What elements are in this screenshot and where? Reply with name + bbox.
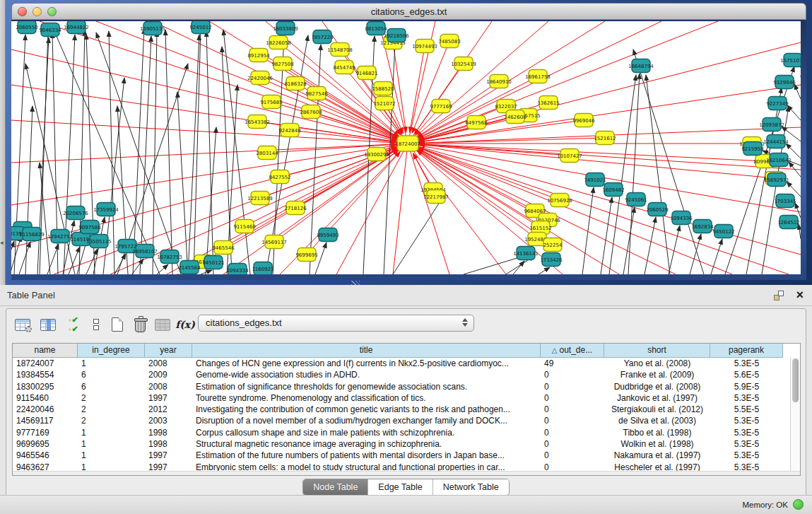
table-cell[interactable]: 5.5E-5	[710, 404, 783, 415]
table-cell[interactable]: 2	[78, 392, 145, 404]
table-cell[interactable]: 0	[541, 415, 604, 426]
table-cell[interactable]: Hescheler et al. (1997)	[604, 462, 710, 471]
graph-node-teal[interactable]: 1160923	[252, 262, 273, 275]
graph-node-yellow[interactable]: 1362615	[537, 96, 559, 110]
graph-node-yellow[interactable]: 9827508	[271, 57, 293, 71]
table-cell[interactable]: 2	[78, 404, 145, 415]
float-panel-icon[interactable]	[774, 291, 784, 300]
table-cell[interactable]: 1	[78, 462, 145, 471]
table-cell[interactable]: 1997	[145, 450, 192, 461]
table-cell[interactable]: 0	[541, 392, 604, 404]
column-header-out_de[interactable]: △out_de...	[541, 344, 604, 358]
graph-node-yellow[interactable]: 9465546	[212, 241, 235, 255]
graph-node-yellow[interactable]: 8186328	[284, 77, 306, 90]
graph-node-teal[interactable]: 2060528	[646, 203, 668, 216]
graph-node-teal[interactable]: 19218506	[384, 29, 409, 42]
table-cell[interactable]: 1	[78, 438, 145, 450]
column-header-in_degree[interactable]: in_degree	[78, 344, 145, 358]
table-cell[interactable]: 2009	[145, 369, 192, 380]
network-canvas[interactable]: 1822605889129549827508224200468186328982…	[11, 21, 801, 274]
table-cell[interactable]: Disruption of a novel member of a sodium…	[192, 415, 541, 426]
table-cell[interactable]: 0	[541, 438, 604, 450]
tab-node-table[interactable]: Node Table	[303, 479, 368, 495]
vertical-scrollbar[interactable]	[790, 358, 800, 471]
table-row[interactable]: 946554611997Estimation of the future num…	[13, 450, 790, 461]
graph-node-yellow[interactable]: 10974493	[412, 40, 437, 53]
column-header-pagerank[interactable]: pagerank	[710, 344, 783, 358]
table-row[interactable]: 1938455462009Genome-wide association stu…	[13, 369, 790, 380]
table-cell[interactable]: 9699695	[13, 438, 78, 450]
graph-node-teal[interactable]: 1703345	[774, 194, 796, 208]
table-cell[interactable]: 2012	[145, 404, 192, 415]
table-row[interactable]: 969969511998Structural magnetic resonanc…	[13, 438, 790, 450]
graph-node-teal[interactable]: 16210643	[766, 153, 792, 167]
graph-node-yellow[interactable]: 6497568	[465, 116, 487, 129]
graph-node-yellow[interactable]: 9175685	[260, 95, 282, 109]
graph-node-yellow[interactable]: 1462608	[504, 110, 526, 124]
table-cell[interactable]: 5.3E-5	[710, 450, 783, 461]
graph-node-teal[interactable]: 9450122	[712, 225, 734, 238]
table-cell[interactable]: Jankovic et al. (1997)	[604, 392, 710, 404]
table-cell[interactable]: 9777169	[13, 427, 78, 438]
column-header-short[interactable]: short	[604, 344, 710, 358]
table-cell[interactable]: Franke et al. (2009)	[604, 369, 710, 380]
graph-node-teal[interactable]: 9450121	[202, 256, 224, 269]
table-cell[interactable]: Estimation of the future numbers of pati…	[192, 450, 541, 461]
graph-node-yellow[interactable]: 18640910	[486, 75, 512, 88]
table-cell[interactable]: Stergiakouli et al. (2012)	[604, 404, 710, 415]
graph-node-teal[interactable]: 16958107	[132, 245, 158, 258]
table-cell[interactable]: 1998	[145, 438, 192, 450]
table-cell[interactable]: Corpus callosum shape and size in male p…	[192, 427, 541, 438]
table-row[interactable]: 2242004622012Investigating the contribut…	[13, 404, 790, 415]
graph-node-yellow[interactable]: 8912954	[247, 49, 270, 62]
table-cell[interactable]: 5.3E-5	[710, 415, 783, 426]
graph-node-yellow[interactable]: 2718126	[284, 201, 307, 215]
graph-node-teal[interactable]: 7857224	[311, 30, 334, 44]
graph-node-yellow[interactable]: 9969046	[572, 114, 595, 127]
table-cell[interactable]: 5.3E-5	[710, 438, 783, 450]
table-cell[interactable]: 5.9E-5	[710, 381, 783, 392]
graph-node-teal[interactable]: 1609482	[602, 183, 624, 197]
table-cell[interactable]: Changes of HCN gene expression and I(f) …	[192, 358, 541, 369]
browse-column-button[interactable]	[37, 314, 59, 335]
graph-node-yellow[interactable]: 18724007	[395, 136, 420, 151]
tab-edge-table[interactable]: Edge Table	[368, 479, 433, 495]
graph-node-yellow[interactable]: 2867608	[300, 105, 322, 119]
table-cell[interactable]: Nakamura et al. (1997)	[604, 450, 710, 461]
column-header-name[interactable]: name	[13, 344, 78, 358]
graph-node-teal[interactable]: 13505115	[86, 235, 112, 248]
table-cell[interactable]: 9465546	[13, 450, 78, 461]
table-cell[interactable]: 18724007	[13, 358, 78, 369]
function-builder-button[interactable]: f(x)	[175, 314, 196, 335]
graph-node-teal[interactable]: 9227349	[766, 97, 788, 110]
graph-node-teal[interactable]: 2060550	[16, 21, 37, 34]
table-cell[interactable]: 1998	[145, 427, 192, 438]
table-cell[interactable]: Wolkin et al. (1998)	[604, 438, 710, 450]
graph-node-yellow[interactable]: 16543382	[245, 115, 270, 129]
graph-node-teal[interactable]: 1692834	[691, 220, 714, 233]
table-cell[interactable]: 2	[78, 415, 145, 426]
table-cell[interactable]: 22420046	[13, 404, 78, 415]
table-row[interactable]: 1830029562008Estimation of significance …	[13, 381, 790, 392]
delete-table-button[interactable]	[129, 314, 151, 335]
table-cell[interactable]: 5.6E-5	[710, 369, 783, 380]
table-cell[interactable]: 5.3E-5	[710, 358, 783, 369]
graph-node-yellow[interactable]: 12217987	[423, 190, 449, 204]
table-cell[interactable]: 49	[541, 358, 604, 369]
table-cell[interactable]: 9463627	[13, 462, 78, 471]
graph-node-teal[interactable]: 12444154	[763, 135, 789, 148]
table-cell[interactable]: 6	[78, 369, 145, 380]
table-cell[interactable]: 18300295	[13, 381, 78, 392]
graph-node-teal[interactable]: 11156829	[19, 228, 45, 241]
table-cell[interactable]: 0	[541, 462, 604, 471]
horizontal-scrollbar[interactable]	[13, 471, 800, 475]
graph-node-teal[interactable]: 1733426	[540, 253, 563, 267]
table-cell[interactable]: 14569117	[13, 415, 78, 426]
graph-node-yellow[interactable]: 16961758	[525, 70, 551, 83]
table-cell[interactable]: 5.3E-5	[710, 427, 783, 438]
table-select-dropdown[interactable]: citations_edges.txt	[198, 315, 474, 332]
graph-node-teal[interactable]: 15692971	[764, 173, 789, 187]
table-row[interactable]: 911546021997Tourette syndrome. Phenomeno…	[13, 392, 790, 404]
graph-node-teal[interactable]: 9097588	[78, 221, 100, 234]
graph-node-teal[interactable]: 8215958	[741, 142, 763, 156]
